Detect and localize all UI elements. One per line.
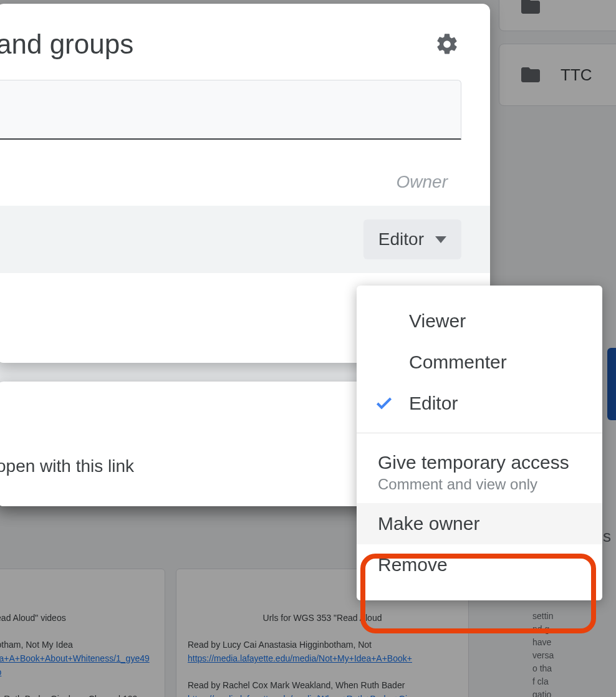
menu-label: Commenter bbox=[409, 352, 587, 373]
settings-button[interactable] bbox=[433, 30, 461, 59]
people-input[interactable] bbox=[0, 80, 461, 140]
menu-item-make-owner[interactable]: Make owner bbox=[357, 503, 602, 544]
menu-item-temporary-access[interactable]: Give temporary access Comment and view o… bbox=[357, 442, 602, 503]
role-label: Editor bbox=[378, 229, 424, 249]
gear-icon bbox=[435, 32, 460, 57]
menu-label: Viewer bbox=[409, 310, 587, 332]
menu-item-remove[interactable]: Remove bbox=[357, 544, 602, 585]
menu-sublabel: Comment and view only bbox=[378, 476, 537, 493]
chevron-down-icon bbox=[435, 236, 446, 243]
menu-label: Make owner bbox=[378, 513, 479, 534]
menu-label: Editor bbox=[409, 393, 587, 414]
role-dropdown[interactable]: Editor bbox=[363, 219, 461, 259]
menu-label: Give temporary access bbox=[378, 452, 569, 473]
dialog-title: and groups bbox=[0, 29, 133, 60]
check-icon bbox=[372, 393, 397, 413]
menu-label: Remove bbox=[378, 554, 448, 575]
menu-separator bbox=[357, 433, 602, 433]
menu-item-commenter[interactable]: Commenter bbox=[357, 342, 602, 383]
owner-label: Owner bbox=[397, 172, 448, 192]
menu-item-editor[interactable]: Editor bbox=[357, 383, 602, 424]
menu-item-viewer[interactable]: Viewer bbox=[357, 300, 602, 342]
role-menu: Viewer Commenter Editor Give temporary a… bbox=[357, 286, 602, 600]
